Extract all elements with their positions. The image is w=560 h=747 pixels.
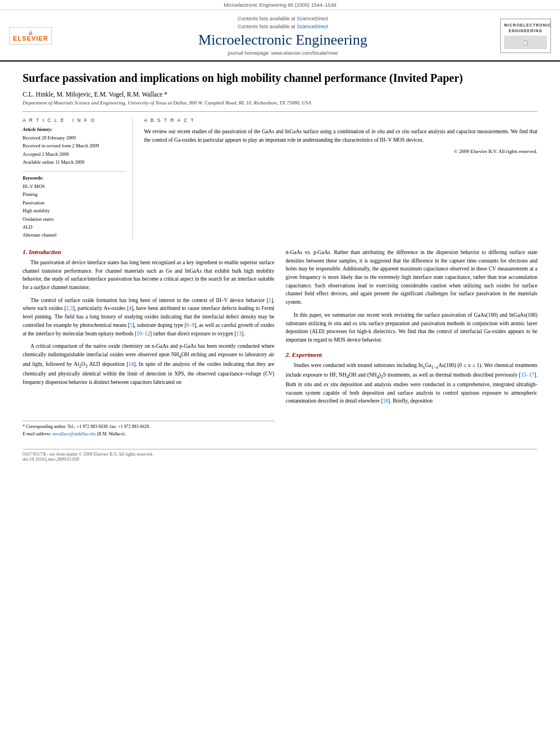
body-columns: 1. Introduction The passivation of devic… [23, 248, 537, 438]
journal-citation: Microelectronic Engineering 86 (2009) 15… [224, 2, 336, 8]
top-bar: Microelectronic Engineering 86 (2009) 15… [0, 0, 560, 10]
right-p1: n-GaAs vs. p-GaAs. Rather than attributi… [286, 248, 537, 307]
intro-p3: A critical comparison of the native oxid… [23, 342, 274, 386]
intro-p1: The passivation of device interface stat… [23, 259, 274, 292]
authors: C.L. Hinkle, M. Milojevic, E.M. Vogel, R… [23, 91, 537, 98]
body-left-col: 1. Introduction The passivation of devic… [23, 248, 274, 438]
contents-available: Contents lists available at ScienceDirec… [65, 16, 500, 21]
article-info-section: A R T I C L E I N F O Article history: R… [23, 117, 537, 239]
with-text: with [499, 321, 509, 326]
journal-homepage: journal homepage: www.elsevier.com/locat… [65, 50, 500, 56]
experiment-heading: 2. Experiment [286, 351, 537, 358]
keyword-iii-v-mos: III–V MOS [23, 182, 125, 190]
elsevier-brand: ELSEVIER [13, 35, 48, 42]
article-history: Article history: Received 28 February 20… [23, 126, 125, 167]
issn: 0167-9317/$ - see front matter © 2009 El… [23, 452, 537, 457]
abstract-text: We review our recent studies of the pass… [144, 128, 537, 144]
article-info-label: A R T I C L E I N F O [23, 117, 125, 123]
elsevier-logo: 🔬 ELSEVIER [9, 27, 65, 45]
history-title: Article history: [23, 126, 125, 132]
experiment-p1: Studies were conducted with treated subs… [286, 361, 537, 405]
doi: doi:10.1016/j.mee.2009.03.030 [23, 457, 537, 462]
main-content: Surface passivation and implications on … [0, 62, 560, 468]
received2: Received in revised form 2 March 2009 [23, 142, 125, 150]
intro-p2: The control of surface oxide formation h… [23, 296, 274, 338]
received1: Received 28 February 2009 [23, 134, 125, 142]
left-column: A R T I C L E I N F O Article history: R… [23, 117, 133, 239]
bottom-bar: 0167-9317/$ - see front matter © 2009 El… [23, 449, 537, 462]
sciencedirect-link[interactable]: ScienceDirect [297, 24, 329, 29]
keyword-ald: ALD [23, 223, 125, 231]
abstract-section: A B S T R A C T We review our recent stu… [144, 117, 537, 239]
journal-header: 🔬 ELSEVIER Contents lists available at S… [0, 10, 560, 62]
paper-title: Surface passivation and implications on … [23, 71, 537, 85]
intro-heading: 1. Introduction [23, 248, 274, 255]
footnotes: * Corresponding author. Tel.: +1 972 883… [23, 421, 274, 438]
keyword-oxidation: Oxidation states [23, 215, 125, 223]
keyword-passivation: Passivation [23, 199, 125, 207]
body-right-col: n-GaAs vs. p-GaAs. Rather than attributi… [286, 248, 537, 438]
accepted: Accepted 2 March 2009 [23, 150, 125, 158]
keyword-high-mobility: High mobility [23, 207, 125, 215]
footnote-email: E-mail address: mwallace@utdallas.edu (R… [23, 431, 274, 438]
journal-logo-right: MICROELECTRONIC ENGINEERING 📋 [500, 19, 551, 54]
journal-title-section: Contents lists available at ScienceDirec… [65, 16, 500, 56]
footnote-star: * Corresponding author. Tel.: +1 972 883… [23, 423, 274, 431]
keywords-title: Keywords: [23, 175, 125, 181]
keyword-alternate: Alternate channel [23, 231, 125, 239]
body-content: 1. Introduction The passivation of devic… [23, 248, 537, 462]
abstract-label: A B S T R A C T [144, 117, 537, 123]
available: Available online 11 March 2009 [23, 158, 125, 166]
right-p2: In this paper, we summarize our recent w… [286, 311, 537, 344]
journal-name: Microelectronic Engineering [65, 32, 500, 49]
copyright: © 2009 Elsevier B.V. All rights reserved… [144, 148, 537, 154]
keyword-pinning: Pinning [23, 190, 125, 198]
affiliation: Department of Materials Science and Engi… [23, 100, 537, 106]
keywords-section: Keywords: III–V MOS Pinning Passivation … [23, 175, 125, 239]
